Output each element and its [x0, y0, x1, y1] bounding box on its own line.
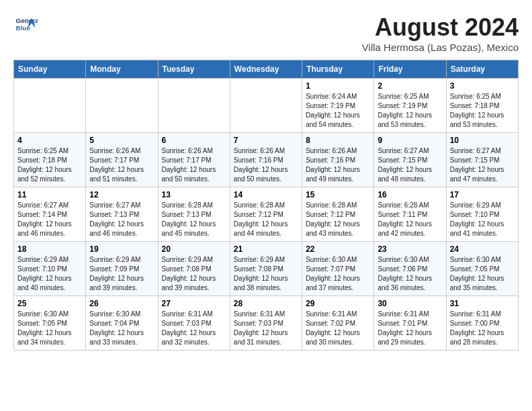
day-number: 25	[17, 299, 82, 308]
day-detail: Sunrise: 6:31 AMSunset: 7:02 PMDaylight:…	[306, 310, 370, 347]
day-detail: Sunrise: 6:31 AMSunset: 7:03 PMDaylight:…	[234, 310, 298, 347]
day-number: 6	[162, 136, 226, 145]
calendar-cell: 4Sunrise: 6:25 AMSunset: 7:18 PMDaylight…	[14, 133, 86, 187]
day-detail: Sunrise: 6:26 AMSunset: 7:16 PMDaylight:…	[306, 146, 370, 184]
day-number: 10	[450, 136, 515, 145]
day-detail: Sunrise: 6:28 AMSunset: 7:12 PMDaylight:…	[306, 201, 370, 238]
day-number: 12	[89, 190, 154, 199]
day-detail: Sunrise: 6:26 AMSunset: 7:17 PMDaylight:…	[89, 146, 154, 184]
calendar-cell: 8Sunrise: 6:26 AMSunset: 7:16 PMDaylight…	[302, 133, 374, 187]
day-detail: Sunrise: 6:27 AMSunset: 7:15 PMDaylight:…	[378, 146, 442, 184]
day-detail: Sunrise: 6:31 AMSunset: 7:03 PMDaylight:…	[162, 310, 226, 347]
calendar-cell: 20Sunrise: 6:29 AMSunset: 7:08 PMDayligh…	[158, 242, 230, 296]
calendar-cell: 19Sunrise: 6:29 AMSunset: 7:09 PMDayligh…	[86, 242, 158, 296]
calendar-cell: 15Sunrise: 6:28 AMSunset: 7:12 PMDayligh…	[302, 187, 374, 242]
day-header-wednesday: Wednesday	[230, 60, 302, 79]
day-number: 21	[234, 244, 298, 254]
day-header-thursday: Thursday	[302, 60, 374, 79]
calendar-cell	[14, 79, 86, 133]
calendar-cell: 14Sunrise: 6:28 AMSunset: 7:12 PMDayligh…	[230, 187, 302, 242]
day-detail: Sunrise: 6:29 AMSunset: 7:09 PMDaylight:…	[89, 255, 154, 293]
day-number: 7	[234, 136, 298, 145]
day-number: 16	[378, 190, 442, 199]
week-row-5: 25Sunrise: 6:30 AMSunset: 7:05 PMDayligh…	[14, 296, 519, 351]
calendar-cell: 13Sunrise: 6:28 AMSunset: 7:13 PMDayligh…	[158, 187, 230, 242]
day-detail: Sunrise: 6:25 AMSunset: 7:18 PMDaylight:…	[17, 146, 82, 184]
calendar-cell: 5Sunrise: 6:26 AMSunset: 7:17 PMDaylight…	[86, 133, 158, 187]
header: General Blue August 2024 Villa Hermosa (…	[13, 13, 519, 53]
day-number: 27	[162, 299, 226, 308]
day-header-tuesday: Tuesday	[158, 60, 230, 79]
day-number: 23	[378, 244, 442, 254]
day-detail: Sunrise: 6:30 AMSunset: 7:07 PMDaylight:…	[306, 255, 370, 293]
calendar-cell: 10Sunrise: 6:27 AMSunset: 7:15 PMDayligh…	[446, 133, 518, 187]
day-number: 29	[306, 299, 370, 308]
day-number: 17	[450, 190, 515, 199]
day-number: 1	[306, 81, 370, 91]
day-number: 14	[234, 190, 298, 199]
day-header-saturday: Saturday	[446, 60, 518, 79]
day-detail: Sunrise: 6:31 AMSunset: 7:01 PMDaylight:…	[378, 310, 442, 347]
calendar-title: August 2024	[362, 13, 519, 42]
week-row-4: 18Sunrise: 6:29 AMSunset: 7:10 PMDayligh…	[14, 242, 519, 296]
day-number: 19	[89, 244, 154, 254]
calendar-cell: 22Sunrise: 6:30 AMSunset: 7:07 PMDayligh…	[302, 242, 374, 296]
calendar-cell: 30Sunrise: 6:31 AMSunset: 7:01 PMDayligh…	[374, 296, 446, 351]
day-number: 4	[17, 136, 82, 145]
day-detail: Sunrise: 6:28 AMSunset: 7:13 PMDaylight:…	[162, 201, 226, 238]
calendar-cell	[86, 79, 158, 133]
day-detail: Sunrise: 6:27 AMSunset: 7:13 PMDaylight:…	[89, 201, 154, 238]
calendar-cell: 11Sunrise: 6:27 AMSunset: 7:14 PMDayligh…	[14, 187, 86, 242]
calendar-body: 1Sunrise: 6:24 AMSunset: 7:19 PMDaylight…	[14, 79, 519, 351]
day-detail: Sunrise: 6:28 AMSunset: 7:11 PMDaylight:…	[378, 201, 442, 238]
day-number: 26	[89, 299, 154, 308]
day-number: 18	[17, 244, 82, 254]
day-detail: Sunrise: 6:31 AMSunset: 7:00 PMDaylight:…	[450, 310, 515, 347]
week-row-2: 4Sunrise: 6:25 AMSunset: 7:18 PMDaylight…	[14, 133, 519, 187]
calendar-cell: 23Sunrise: 6:30 AMSunset: 7:06 PMDayligh…	[374, 242, 446, 296]
day-number: 22	[306, 244, 370, 254]
day-number: 13	[162, 190, 226, 199]
day-header-monday: Monday	[86, 60, 158, 79]
calendar-table: SundayMondayTuesdayWednesdayThursdayFrid…	[13, 60, 519, 351]
day-number: 24	[450, 244, 515, 254]
calendar-cell: 26Sunrise: 6:30 AMSunset: 7:04 PMDayligh…	[86, 296, 158, 351]
day-detail: Sunrise: 6:30 AMSunset: 7:06 PMDaylight:…	[378, 255, 442, 293]
day-detail: Sunrise: 6:30 AMSunset: 7:04 PMDaylight:…	[89, 310, 154, 347]
calendar-subtitle: Villa Hermosa (Las Pozas), Mexico	[362, 42, 519, 53]
calendar-cell: 24Sunrise: 6:30 AMSunset: 7:05 PMDayligh…	[446, 242, 518, 296]
calendar-cell: 31Sunrise: 6:31 AMSunset: 7:00 PMDayligh…	[446, 296, 518, 351]
day-number: 31	[450, 299, 515, 308]
logo-icon: General Blue	[13, 13, 38, 38]
calendar-cell: 9Sunrise: 6:27 AMSunset: 7:15 PMDaylight…	[374, 133, 446, 187]
calendar-cell: 29Sunrise: 6:31 AMSunset: 7:02 PMDayligh…	[302, 296, 374, 351]
day-detail: Sunrise: 6:26 AMSunset: 7:17 PMDaylight:…	[162, 146, 226, 184]
calendar-cell: 16Sunrise: 6:28 AMSunset: 7:11 PMDayligh…	[374, 187, 446, 242]
day-detail: Sunrise: 6:25 AMSunset: 7:19 PMDaylight:…	[378, 92, 442, 130]
day-detail: Sunrise: 6:27 AMSunset: 7:15 PMDaylight:…	[450, 146, 515, 184]
svg-text:General: General	[16, 17, 38, 24]
day-number: 30	[378, 299, 442, 308]
day-number: 8	[306, 136, 370, 145]
calendar-cell: 25Sunrise: 6:30 AMSunset: 7:05 PMDayligh…	[14, 296, 86, 351]
day-detail: Sunrise: 6:26 AMSunset: 7:16 PMDaylight:…	[234, 146, 298, 184]
title-area: August 2024 Villa Hermosa (Las Pozas), M…	[362, 13, 519, 53]
calendar-cell: 21Sunrise: 6:29 AMSunset: 7:08 PMDayligh…	[230, 242, 302, 296]
day-detail: Sunrise: 6:30 AMSunset: 7:05 PMDaylight:…	[17, 310, 82, 347]
calendar-cell: 7Sunrise: 6:26 AMSunset: 7:16 PMDaylight…	[230, 133, 302, 187]
day-detail: Sunrise: 6:24 AMSunset: 7:19 PMDaylight:…	[306, 92, 370, 130]
day-detail: Sunrise: 6:30 AMSunset: 7:05 PMDaylight:…	[450, 255, 515, 293]
day-detail: Sunrise: 6:29 AMSunset: 7:08 PMDaylight:…	[234, 255, 298, 293]
calendar-cell: 18Sunrise: 6:29 AMSunset: 7:10 PMDayligh…	[14, 242, 86, 296]
svg-text:Blue: Blue	[16, 24, 31, 32]
day-number: 20	[162, 244, 226, 254]
calendar-cell: 1Sunrise: 6:24 AMSunset: 7:19 PMDaylight…	[302, 79, 374, 133]
calendar-cell: 17Sunrise: 6:29 AMSunset: 7:10 PMDayligh…	[446, 187, 518, 242]
calendar-cell: 6Sunrise: 6:26 AMSunset: 7:17 PMDaylight…	[158, 133, 230, 187]
week-row-3: 11Sunrise: 6:27 AMSunset: 7:14 PMDayligh…	[14, 187, 519, 242]
logo: General Blue	[13, 13, 38, 38]
day-detail: Sunrise: 6:29 AMSunset: 7:10 PMDaylight:…	[450, 201, 515, 238]
day-number: 2	[378, 81, 442, 91]
week-row-1: 1Sunrise: 6:24 AMSunset: 7:19 PMDaylight…	[14, 79, 519, 133]
day-detail: Sunrise: 6:29 AMSunset: 7:08 PMDaylight:…	[162, 255, 226, 293]
